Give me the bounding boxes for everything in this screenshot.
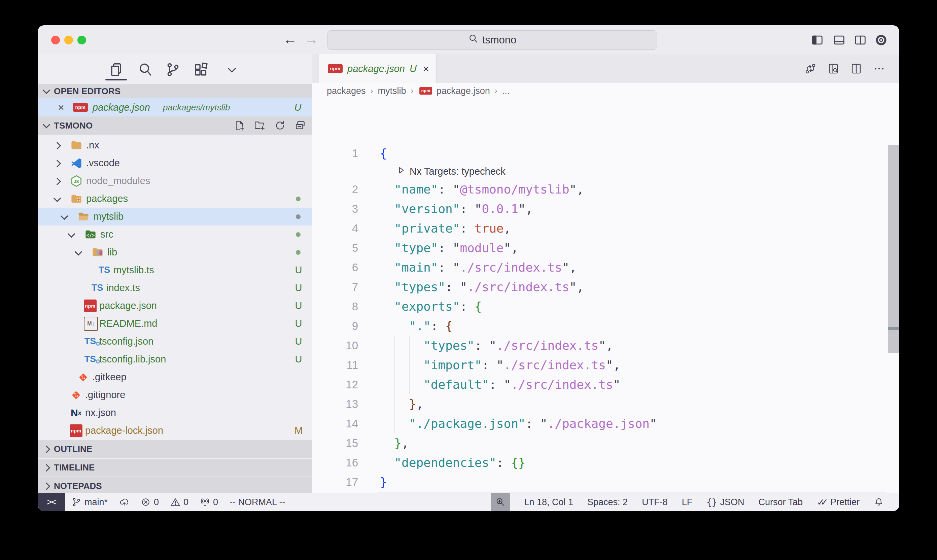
- tab-close-icon[interactable]: ×: [423, 63, 429, 74]
- breadcrumb-packages[interactable]: packages: [327, 86, 366, 96]
- code-line-16: 16 "dependencies": {}: [312, 453, 899, 472]
- tree-item--gitignore[interactable]: .gitignore: [38, 386, 312, 404]
- tree-item-tsconfig-json[interactable]: TStsconfig.jsonU: [38, 332, 312, 350]
- tree-item-tsconfig-lib-json[interactable]: TStsconfig.lib.jsonU: [38, 350, 312, 368]
- tsconfig-icon: TS: [84, 335, 97, 348]
- status-bar-right: Ln 18, Col 1Spaces: 2UTF-8LF{}JSONCursor…: [491, 493, 884, 511]
- tree-item-node-modules[interactable]: JSnode_modules: [38, 172, 312, 190]
- status-language-mode[interactable]: {}JSON: [706, 497, 744, 508]
- double-check-icon: ✓✓: [817, 497, 824, 508]
- breadcrumb--[interactable]: ...: [502, 86, 510, 96]
- zoom-window-button[interactable]: [77, 36, 86, 45]
- split-editor-layout-icon[interactable]: [853, 33, 868, 47]
- explorer-files-icon[interactable]: [107, 60, 126, 79]
- status-notifications[interactable]: [874, 497, 884, 507]
- open-editors-header[interactable]: OPEN EDITORS: [38, 84, 312, 98]
- code-line-4: 4 "private": true,: [312, 219, 899, 238]
- untracked-badge: U: [292, 315, 305, 332]
- code-line-6: 6 "main": "./src/index.ts",: [312, 258, 899, 277]
- new-folder-icon[interactable]: [254, 119, 266, 132]
- section-outline[interactable]: OUTLINE: [38, 440, 312, 458]
- tree-item-lib[interactable]: lib: [38, 243, 312, 261]
- more-actions-icon[interactable]: [872, 62, 886, 75]
- tree-item-package-json[interactable]: npmpackage.jsonU: [38, 297, 312, 315]
- settings-gear-icon[interactable]: [874, 33, 889, 47]
- command-center-search[interactable]: tsmono: [328, 30, 657, 50]
- status-vim-mode[interactable]: -- NORMAL --: [229, 497, 285, 508]
- breadcrumb-mytslib[interactable]: mytslib: [378, 86, 406, 96]
- minimize-window-button[interactable]: [64, 36, 73, 45]
- toggle-panel-icon[interactable]: [832, 33, 846, 47]
- forward-button[interactable]: →: [303, 29, 320, 49]
- status-eol[interactable]: LF: [682, 497, 692, 508]
- breadcrumb-separator: ›: [411, 86, 414, 95]
- codelens-nx-targets[interactable]: Nx Targets: typecheck: [397, 163, 506, 180]
- code-text: },: [380, 394, 423, 414]
- split-editor-icon[interactable]: [849, 62, 863, 75]
- line-number: 6: [312, 258, 358, 277]
- status-indentation[interactable]: Spaces: 2: [587, 497, 628, 508]
- code-line-15: 15 },: [312, 434, 899, 453]
- source-control-icon[interactable]: [163, 60, 182, 79]
- status-encoding[interactable]: UTF-8: [642, 497, 668, 508]
- status-problems-errors[interactable]: 0: [141, 497, 159, 508]
- tree-item--gitkeep[interactable]: .gitkeep: [38, 368, 312, 386]
- search-icon[interactable]: [136, 60, 155, 79]
- breadcrumbs: packages›mytslib›npmpackage.json›...: [312, 83, 899, 98]
- tree-item-readme-md[interactable]: M↓README.mdU: [38, 315, 312, 332]
- extensions-icon[interactable]: [191, 60, 210, 79]
- tree-item-label: mytslib.ts: [114, 261, 154, 279]
- status-formatter[interactable]: ✓✓Prettier: [817, 497, 860, 508]
- tree-item-nx-json[interactable]: Nxnx.json: [38, 404, 312, 422]
- status-git-branch[interactable]: main*: [71, 497, 108, 508]
- chevron-right-icon: [43, 464, 51, 471]
- section-label: OUTLINE: [54, 444, 92, 454]
- modified-badge: M: [292, 422, 305, 440]
- open-preview-icon[interactable]: [826, 62, 840, 75]
- status-cursor-position[interactable]: Ln 18, Col 1: [524, 497, 573, 508]
- close-window-button[interactable]: [51, 36, 60, 45]
- open-editor-item[interactable]: × npm package.json packages/mytslib U: [38, 98, 312, 117]
- section-timeline[interactable]: TIMELINE: [38, 458, 312, 477]
- collapse-all-icon[interactable]: [294, 119, 307, 132]
- tree-item-index-ts[interactable]: TSindex.tsU: [38, 279, 312, 297]
- code-line-14: 14 "./package.json": "./package.json": [312, 414, 899, 434]
- tree-item-label: lib: [108, 243, 117, 261]
- code-text: }: [380, 472, 387, 492]
- chevron-down-icon[interactable]: [223, 60, 241, 79]
- tab-package-json[interactable]: npm package.json U ×: [319, 54, 437, 83]
- tree-item-mytslib-ts[interactable]: TSmytslib.tsU: [38, 261, 312, 279]
- tree-item-packages[interactable]: packages: [38, 190, 312, 208]
- tree-item--vscode[interactable]: .vscode: [38, 154, 312, 172]
- section-notepads[interactable]: NOTEPADS: [38, 477, 312, 495]
- chevron-right-icon: [43, 445, 51, 453]
- close-icon[interactable]: ×: [58, 101, 64, 114]
- status-problems-warnings[interactable]: 0: [170, 497, 188, 508]
- tree-item-label: README.md: [99, 315, 157, 332]
- code-editor[interactable]: Nx Targets: typecheck 1{2 "name": "@tsmo…: [312, 98, 899, 493]
- diff-editor-icon[interactable]: [804, 62, 817, 75]
- lib-folder-icon: [91, 246, 104, 259]
- tree-item-src[interactable]: </>src: [38, 226, 312, 243]
- sidebar: OPEN EDITORS × npm package.json packages…: [38, 54, 312, 493]
- breadcrumb-package-json[interactable]: npmpackage.json: [418, 86, 490, 96]
- toggle-sidebar-icon[interactable]: [810, 33, 825, 47]
- status-sync[interactable]: [119, 497, 129, 507]
- status-zoom-indicator[interactable]: [491, 493, 510, 511]
- tree-item-label: packages: [86, 190, 128, 208]
- new-file-icon[interactable]: [233, 119, 246, 132]
- status-ports[interactable]: 0: [200, 497, 218, 508]
- tree-item--nx[interactable]: .nx: [38, 136, 312, 154]
- status-cursor-tab[interactable]: Cursor Tab: [758, 497, 803, 508]
- modified-dot-badge: [296, 250, 300, 255]
- code-text: "dependencies": {}: [380, 453, 526, 472]
- breadcrumb-separator: ›: [371, 86, 373, 95]
- project-header[interactable]: TSMONO: [38, 117, 312, 135]
- tree-item-mytslib[interactable]: mytslib: [38, 208, 312, 226]
- back-button[interactable]: ←: [282, 29, 298, 49]
- tree-item-package-lock-json[interactable]: npmpackage-lock.jsonM: [38, 422, 312, 440]
- nodejs-icon: JS: [70, 175, 83, 188]
- remote-indicator[interactable]: ><: [38, 493, 65, 511]
- refresh-icon[interactable]: [274, 119, 286, 132]
- npm-icon: npm: [328, 64, 343, 73]
